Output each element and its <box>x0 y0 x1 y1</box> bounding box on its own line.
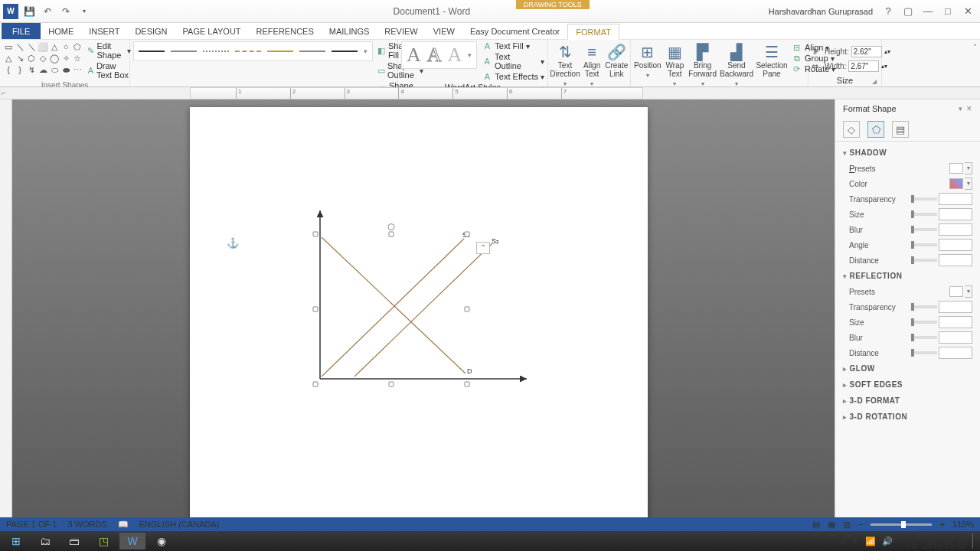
zoom-out-icon[interactable]: − <box>858 520 863 529</box>
ribbon-options-icon[interactable]: ▢ <box>899 5 917 17</box>
rotate-handle[interactable] <box>388 223 395 230</box>
handle-e[interactable] <box>465 307 470 312</box>
refl-presets-dd[interactable]: ▾ <box>965 285 972 298</box>
text-effects-button[interactable]: AText Effects ▾ <box>482 72 544 81</box>
collapse-ribbon-icon[interactable]: ˄ <box>973 43 977 51</box>
refl-size-input[interactable] <box>939 316 972 328</box>
size-launcher-icon[interactable]: ◢ <box>872 78 877 85</box>
bring-forward-button[interactable]: ▛Bring Forward <box>688 41 717 88</box>
tab-home[interactable]: HOME <box>41 23 81 39</box>
status-words[interactable]: 3 WORDS <box>67 520 106 530</box>
maximize-icon[interactable]: □ <box>939 5 957 17</box>
shadow-presets-dd[interactable]: ▾ <box>965 162 972 174</box>
qat-dropdown-icon[interactable]: ▾ <box>77 4 92 19</box>
tab-insert[interactable]: INSERT <box>81 23 127 39</box>
send-backward-button[interactable]: ▟Send Backward <box>721 41 752 88</box>
refl-blur-slider[interactable] <box>911 336 937 339</box>
shadow-transparency-slider[interactable] <box>911 197 937 201</box>
shadow-distance-slider[interactable] <box>911 259 937 262</box>
edit-shape-button[interactable]: ✎Edit Shape ▾ <box>87 41 131 60</box>
refl-distance-input[interactable] <box>939 347 972 359</box>
refl-presets-button[interactable] <box>949 286 963 297</box>
selection-box[interactable] <box>315 234 467 384</box>
handle-s[interactable] <box>389 382 394 387</box>
close-icon[interactable]: ✕ <box>959 5 977 17</box>
tab-design[interactable]: DESIGN <box>127 23 175 39</box>
vertical-ruler[interactable] <box>0 99 12 531</box>
redo-icon[interactable]: ↷ <box>58 4 74 19</box>
view-web-icon[interactable]: ▥ <box>843 520 851 530</box>
tab-mailings[interactable]: MAILINGS <box>322 23 377 39</box>
section-3d-format[interactable]: 3-D FORMAT <box>841 393 974 409</box>
selection-pane-button[interactable]: ☰Selection Pane <box>756 41 787 78</box>
shadow-angle-slider[interactable] <box>911 243 937 246</box>
layout-options-icon[interactable]: ⌃ <box>476 242 490 254</box>
taskbar-word-icon[interactable]: W <box>119 533 145 549</box>
shadow-size-slider[interactable] <box>911 213 937 216</box>
handle-sw[interactable] <box>313 382 318 387</box>
shadow-distance-input[interactable] <box>939 254 972 266</box>
taskbar-libraries-icon[interactable]: 🗃 <box>61 533 87 549</box>
text-direction-button[interactable]: ⇅Text Direction <box>551 41 579 88</box>
status-page[interactable]: PAGE 1 OF 1 <box>6 520 57 530</box>
tray-up-icon[interactable]: ▴ <box>841 536 845 546</box>
show-desktop[interactable] <box>972 533 977 549</box>
page-canvas[interactable]: ⚓ S₁ S₂ D <box>190 107 648 531</box>
help-icon[interactable]: ? <box>879 5 897 17</box>
handle-n[interactable] <box>389 232 394 237</box>
handle-ne[interactable] <box>465 232 470 237</box>
refl-size-slider[interactable] <box>911 321 937 324</box>
shadow-color-dd[interactable]: ▾ <box>965 178 972 190</box>
taskbar-explorer-icon[interactable]: 🗂 <box>32 533 58 549</box>
pane-tab-effects-icon[interactable]: ⬠ <box>867 121 884 138</box>
zoom-level[interactable]: 110% <box>952 520 974 529</box>
wrap-text-button[interactable]: ▦Wrap Text <box>666 41 684 88</box>
create-link-button[interactable]: 🔗Create Link <box>605 41 628 78</box>
tab-view[interactable]: VIEW <box>426 23 462 39</box>
tab-format[interactable]: FORMAT <box>567 24 619 40</box>
refl-distance-slider[interactable] <box>911 351 937 354</box>
shadow-presets-button[interactable] <box>949 163 963 174</box>
refl-transparency-slider[interactable] <box>911 305 937 308</box>
section-3d-rotation[interactable]: 3-D ROTATION <box>841 409 974 425</box>
taskbar-app1-icon[interactable]: ◳ <box>90 533 116 549</box>
shadow-angle-input[interactable] <box>939 239 972 251</box>
text-outline-button[interactable]: AText Outline ▾ <box>482 52 544 70</box>
tray-network-icon[interactable]: 📶 <box>865 536 876 546</box>
align-text-button[interactable]: ≡Align Text <box>583 41 600 88</box>
pane-tab-layout-icon[interactable]: ▤ <box>892 121 909 138</box>
section-glow[interactable]: GLOW <box>841 360 974 377</box>
handle-se[interactable] <box>465 382 470 387</box>
tray-volume-icon[interactable]: 🔊 <box>882 536 893 546</box>
handle-w[interactable] <box>313 307 318 312</box>
shadow-color-button[interactable] <box>949 178 963 189</box>
tab-references[interactable]: REFERENCES <box>249 23 322 39</box>
tray-action-icon[interactable]: ⚑ <box>851 536 859 546</box>
shape-style-gallery[interactable]: ▾ <box>133 41 373 61</box>
shape-gallery[interactable]: ▭＼＼⬜△○⬠ △↘⬡◇◯✧☆ {}↯☁⬭⬬⋯ <box>3 41 83 75</box>
section-shadow[interactable]: SHADOW <box>841 145 974 161</box>
status-language[interactable]: ENGLISH (CANADA) <box>139 520 220 530</box>
tab-edc[interactable]: Easy Document Creator <box>462 23 567 39</box>
pane-menu-icon[interactable]: ▾ ✕ <box>959 105 972 112</box>
view-read-icon[interactable]: ▤ <box>812 520 820 530</box>
section-soft-edges[interactable]: SOFT EDGES <box>841 377 974 393</box>
zoom-slider[interactable] <box>871 523 932 526</box>
text-fill-button[interactable]: AText Fill ▾ <box>482 41 544 51</box>
status-proof-icon[interactable]: 📖 <box>118 520 129 530</box>
refl-blur-input[interactable] <box>939 331 972 344</box>
tray-region[interactable]: US <box>905 541 916 549</box>
pane-tab-fill-icon[interactable]: ◇ <box>843 121 860 138</box>
tab-file[interactable]: FILE <box>2 23 41 39</box>
handle-nw[interactable] <box>313 232 318 237</box>
undo-icon[interactable]: ↶ <box>40 4 55 19</box>
height-input[interactable] <box>851 46 882 57</box>
save-icon[interactable]: 💾 <box>21 4 37 19</box>
wordart-gallery[interactable]: AAA ▾ <box>401 41 477 69</box>
zoom-in-icon[interactable]: + <box>939 520 944 529</box>
draw-text-box-button[interactable]: ADraw Text Box <box>87 61 131 80</box>
tray-date[interactable]: 2015-01-13 <box>923 541 966 549</box>
shadow-size-input[interactable] <box>939 208 972 220</box>
shadow-blur-slider[interactable] <box>911 228 937 231</box>
tab-review[interactable]: REVIEW <box>377 23 425 39</box>
